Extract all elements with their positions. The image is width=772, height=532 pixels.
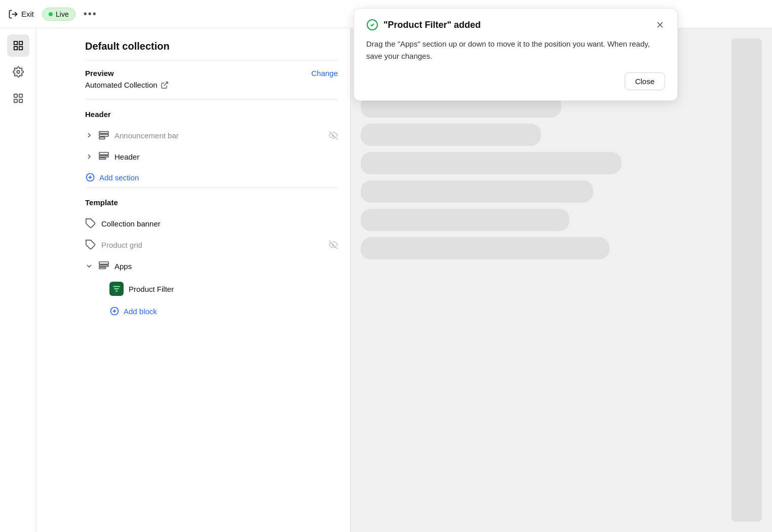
svg-rect-24 [99,262,108,264]
sidebar-item-layout[interactable] [7,34,29,57]
announcement-bar-icon [98,130,109,141]
skeleton-bar-5 [361,152,622,174]
product-filter-icon [112,284,121,293]
announcement-bar-label: Announcement bar [114,131,324,140]
chevron-right-icon [85,131,93,139]
apps-label: Apps [114,262,132,271]
add-block-label: Add block [124,307,157,316]
collection-banner-icon [85,218,96,229]
product-filter-label: Product Filter [129,285,174,293]
product-filter-app-icon [109,282,124,296]
header-section-group: Header Announcement bar [85,99,338,187]
svg-rect-16 [99,156,108,157]
svg-rect-8 [19,99,22,102]
header-section-title: Header [85,110,338,119]
skeleton-bar-7 [361,209,569,231]
svg-rect-12 [99,134,108,136]
sidebar-icons [0,28,36,532]
notification-popup: "Product Filter" added Drag the "Apps" s… [354,8,678,101]
notification-close-icon[interactable] [655,20,665,30]
header-item-label: Header [114,153,338,161]
exit-button[interactable]: Exit [8,9,34,19]
divider-top [85,60,338,61]
preview-area [351,28,772,532]
svg-rect-3 [19,47,22,50]
notification-body: Drag the "Apps" section up or down to mo… [366,38,665,62]
svg-rect-1 [14,42,17,45]
product-grid-icon [85,239,96,250]
product-grid-item[interactable]: Product grid [85,234,338,255]
collection-banner-item[interactable]: Collection banner [85,213,338,234]
svg-rect-6 [14,94,17,97]
grid-icon [13,93,24,104]
notification-footer: Close [366,72,665,90]
announcement-bar-item[interactable]: Announcement bar [85,125,338,146]
apps-item[interactable]: Apps [85,255,338,277]
product-filter-item[interactable]: Product Filter [85,277,338,301]
svg-rect-25 [99,265,108,267]
live-label: Live [56,10,69,18]
apps-section-icon [98,260,109,272]
skeleton-bar-6 [361,180,593,203]
eye-off-icon-product-grid [329,240,338,249]
svg-point-5 [17,70,20,73]
svg-rect-26 [99,268,106,269]
notification-title-row: "Product Filter" added [366,19,481,31]
eye-off-icon-announcement [329,131,338,140]
add-section-button[interactable]: Add section [85,167,338,187]
svg-line-10 [164,82,167,86]
sidebar-item-apps[interactable] [7,87,29,109]
more-options-button[interactable]: ••• [84,8,97,20]
svg-rect-9 [14,99,17,102]
live-dot [49,12,53,16]
svg-rect-13 [99,137,105,139]
chevron-right-icon-header [85,153,93,161]
header-section-icon [98,151,109,162]
external-link-icon [161,81,169,89]
layout-icon [13,40,24,51]
svg-rect-15 [99,153,108,155]
preview-collection-name: Automated Collection [85,81,158,89]
add-block-button[interactable]: Add block [85,301,338,321]
check-circle-icon [366,19,378,31]
preview-label: Preview [85,69,114,78]
notification-close-button[interactable]: Close [625,72,665,90]
change-link[interactable]: Change [311,69,338,78]
template-section-title: Template [85,198,338,207]
collection-banner-label: Collection banner [101,219,338,228]
chevron-down-icon [85,262,93,270]
collection-title: Default collection [85,41,338,52]
sidebar-item-settings[interactable] [7,61,29,83]
panel: Default collection Preview Change Automa… [36,28,351,532]
svg-rect-11 [99,132,108,134]
plus-circle-icon-block [109,306,120,316]
preview-sidebar-right [731,39,762,522]
preview-section: Preview Change Automated Collection [85,69,338,89]
svg-rect-17 [99,158,106,160]
notification-header: "Product Filter" added [366,19,665,31]
add-section-label: Add section [99,173,139,182]
plus-circle-icon [85,172,95,182]
exit-icon [8,9,18,19]
product-grid-label: Product grid [101,241,324,249]
template-section-group: Template Collection banner Product gr [85,187,338,321]
skeleton-bar-4 [361,124,541,146]
gear-icon [13,66,24,78]
exit-label: Exit [21,10,34,18]
svg-rect-4 [14,47,17,50]
skeleton-bar-8 [361,237,609,259]
notification-title: "Product Filter" added [383,20,481,30]
svg-rect-7 [19,94,22,97]
svg-rect-2 [19,42,22,45]
preview-value: Automated Collection [85,81,338,89]
preview-row: Preview Change [85,69,338,78]
header-item[interactable]: Header [85,146,338,167]
live-badge: Live [42,8,75,21]
